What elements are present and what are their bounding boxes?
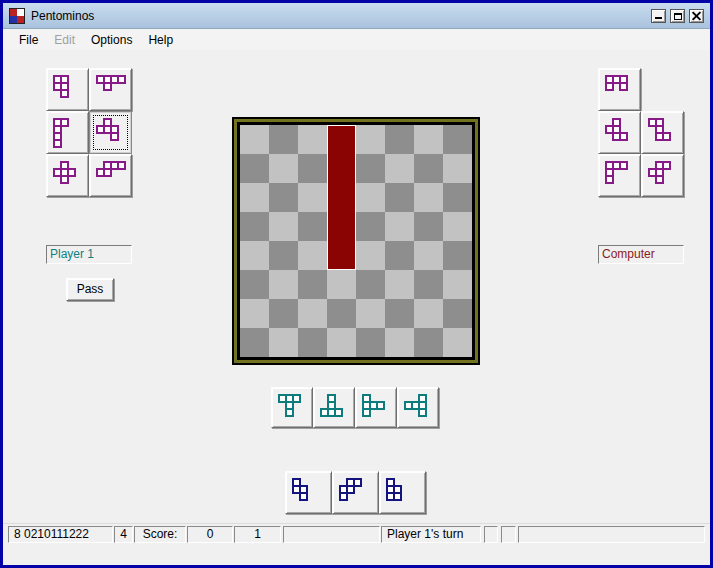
menu-edit: Edit [46, 31, 83, 49]
pentominos-window: Pentominos File Edit Options Help [0, 0, 713, 568]
minimize-button[interactable] [651, 9, 666, 23]
window-title: Pentominos [31, 9, 94, 23]
rotate-button-1[interactable] [271, 387, 313, 428]
status-score-p1: 0 [187, 526, 233, 543]
app-icon [9, 8, 25, 24]
piece-button-cpu-5[interactable] [641, 154, 684, 197]
computer-name: Computer [602, 247, 655, 261]
transform-button-2[interactable] [332, 471, 379, 514]
status-turn: Player 1's turn [381, 526, 481, 543]
player1-name-field[interactable]: Player 1 [46, 245, 132, 264]
menu-bar: File Edit Options Help [3, 29, 710, 50]
piece-button-p1-3[interactable] [46, 111, 89, 154]
minimize-icon [655, 17, 662, 19]
status-game-code: 8 0210111222 [8, 526, 113, 543]
maximize-icon [674, 13, 682, 20]
rotate-button-4[interactable] [397, 387, 439, 428]
piece-button-cpu-1[interactable] [598, 68, 641, 111]
piece-button-p1-1[interactable] [46, 68, 89, 111]
player1-name: Player 1 [50, 247, 94, 261]
rotate-button-3[interactable] [355, 387, 397, 428]
computer-name-field[interactable]: Computer [598, 245, 684, 264]
pass-button[interactable]: Pass [66, 278, 114, 301]
rotate-button-2[interactable] [313, 387, 355, 428]
client-area: Player 1 Computer Pass 8 0210111222 4 Sc… [3, 50, 710, 544]
menu-help[interactable]: Help [140, 31, 181, 49]
status-empty-4 [518, 526, 705, 543]
maximize-button[interactable] [670, 9, 685, 23]
board-grid[interactable] [240, 125, 472, 357]
piece-button-p1-6[interactable] [89, 154, 132, 197]
status-empty-1 [283, 526, 380, 543]
status-bar: 8 0210111222 4 Score: 0 1 Player 1's tur… [3, 523, 710, 544]
title-bar: Pentominos [3, 3, 710, 29]
menu-options[interactable]: Options [83, 31, 140, 49]
transform-button-1[interactable] [285, 471, 332, 514]
piece-button-cpu-3[interactable] [641, 111, 684, 154]
game-board[interactable] [232, 117, 480, 365]
piece-button-p1-2[interactable] [89, 68, 132, 111]
piece-button-p1-5[interactable] [46, 154, 89, 197]
close-button[interactable] [689, 9, 704, 23]
status-count: 4 [114, 526, 133, 543]
piece-button-cpu-4[interactable] [598, 154, 641, 197]
status-empty-3 [501, 526, 516, 543]
menu-file[interactable]: File [11, 31, 46, 49]
status-score-p2: 1 [234, 526, 281, 543]
status-score-label: Score: [134, 526, 186, 543]
placed-piece-I-pentomino [327, 125, 356, 270]
piece-button-p1-4-selected[interactable] [89, 111, 132, 154]
status-empty-2 [484, 526, 498, 543]
piece-button-cpu-2[interactable] [598, 111, 641, 154]
transform-button-3[interactable] [379, 471, 426, 514]
